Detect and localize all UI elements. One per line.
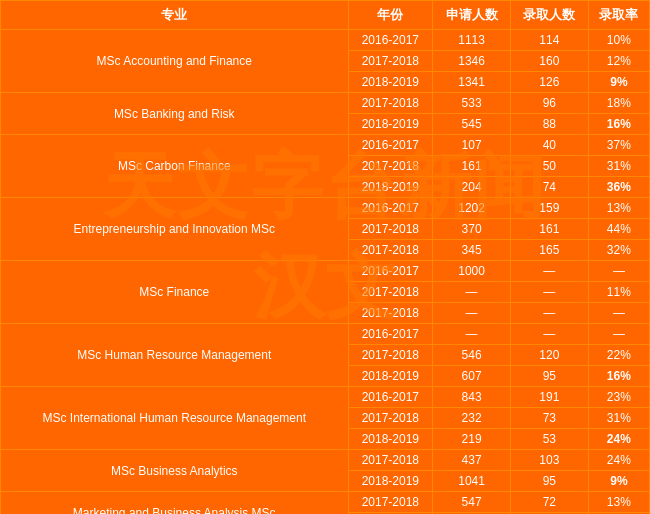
rate-cell: — (588, 303, 649, 324)
applied-cell: 545 (433, 114, 511, 135)
rate-cell: 13% (588, 492, 649, 513)
rate-cell: 13% (588, 198, 649, 219)
admitted-cell: 191 (510, 387, 588, 408)
admitted-cell: 53 (510, 429, 588, 450)
applied-cell: 1041 (433, 471, 511, 492)
admitted-cell: 95 (510, 471, 588, 492)
rate-cell: 24% (588, 429, 649, 450)
year-cell: 2018-2019 (348, 177, 433, 198)
rate-cell: 18% (588, 93, 649, 114)
applied-cell: 547 (433, 492, 511, 513)
major-cell: Marketing and Business Analysis MSc (1, 492, 349, 515)
header-rate: 录取率 (588, 1, 649, 30)
year-cell: 2018-2019 (348, 72, 433, 93)
header-admitted: 录取人数 (510, 1, 588, 30)
applied-cell: — (433, 303, 511, 324)
year-cell: 2018-2019 (348, 429, 433, 450)
applied-cell: — (433, 324, 511, 345)
major-cell: MSc Carbon Finance (1, 135, 349, 198)
applied-cell: 437 (433, 450, 511, 471)
applied-cell: 161 (433, 156, 511, 177)
admitted-cell: 95 (510, 366, 588, 387)
rate-cell: 36% (588, 177, 649, 198)
year-cell: 2018-2019 (348, 471, 433, 492)
rate-cell: 9% (588, 471, 649, 492)
applied-cell: 1000 (433, 261, 511, 282)
applied-cell: 1341 (433, 72, 511, 93)
major-cell: MSc International Human Resource Managem… (1, 387, 349, 450)
rate-cell: 31% (588, 156, 649, 177)
rate-cell: 12% (588, 51, 649, 72)
year-cell: 2016-2017 (348, 198, 433, 219)
year-cell: 2017-2018 (348, 282, 433, 303)
admitted-cell: 72 (510, 492, 588, 513)
year-cell: 2016-2017 (348, 324, 433, 345)
year-cell: 2017-2018 (348, 219, 433, 240)
applied-cell: — (433, 282, 511, 303)
year-cell: 2017-2018 (348, 51, 433, 72)
admitted-cell: 74 (510, 177, 588, 198)
major-cell: MSc Business Analytics (1, 450, 349, 492)
admitted-cell: 40 (510, 135, 588, 156)
applied-cell: 219 (433, 429, 511, 450)
admitted-cell: 165 (510, 240, 588, 261)
year-cell: 2017-2018 (348, 240, 433, 261)
major-cell: MSc Accounting and Finance (1, 30, 349, 93)
admitted-cell: 120 (510, 345, 588, 366)
applied-cell: 533 (433, 93, 511, 114)
admitted-cell: — (510, 303, 588, 324)
rate-cell: 37% (588, 135, 649, 156)
admitted-cell: 103 (510, 450, 588, 471)
rate-cell: 9% (588, 72, 649, 93)
major-cell: MSc Banking and Risk (1, 93, 349, 135)
applied-cell: 370 (433, 219, 511, 240)
major-cell: MSc Human Resource Management (1, 324, 349, 387)
year-cell: 2016-2017 (348, 135, 433, 156)
applied-cell: 232 (433, 408, 511, 429)
applied-cell: 607 (433, 366, 511, 387)
year-cell: 2018-2019 (348, 366, 433, 387)
admitted-cell: 88 (510, 114, 588, 135)
admitted-cell: 96 (510, 93, 588, 114)
header-applied: 申请人数 (433, 1, 511, 30)
year-cell: 2017-2018 (348, 303, 433, 324)
year-cell: 2018-2019 (348, 114, 433, 135)
rate-cell: 16% (588, 114, 649, 135)
rate-cell: 23% (588, 387, 649, 408)
applied-cell: 204 (433, 177, 511, 198)
rate-cell: — (588, 324, 649, 345)
admitted-cell: — (510, 324, 588, 345)
admitted-cell: 126 (510, 72, 588, 93)
header-major: 专业 (1, 1, 349, 30)
rate-cell: 10% (588, 30, 649, 51)
major-cell: MSc Finance (1, 261, 349, 324)
admitted-cell: — (510, 282, 588, 303)
rate-cell: 11% (588, 282, 649, 303)
admitted-cell: 160 (510, 51, 588, 72)
rate-cell: 22% (588, 345, 649, 366)
applied-cell: 546 (433, 345, 511, 366)
rate-cell: 32% (588, 240, 649, 261)
header-year: 年份 (348, 1, 433, 30)
year-cell: 2017-2018 (348, 345, 433, 366)
applied-cell: 1346 (433, 51, 511, 72)
rate-cell: 31% (588, 408, 649, 429)
year-cell: 2016-2017 (348, 30, 433, 51)
admitted-cell: 73 (510, 408, 588, 429)
major-cell: Entrepreneurship and Innovation MSc (1, 198, 349, 261)
year-cell: 2017-2018 (348, 408, 433, 429)
applied-cell: 843 (433, 387, 511, 408)
rate-cell: 24% (588, 450, 649, 471)
admitted-cell: 159 (510, 198, 588, 219)
admitted-cell: 50 (510, 156, 588, 177)
year-cell: 2016-2017 (348, 261, 433, 282)
year-cell: 2017-2018 (348, 156, 433, 177)
year-cell: 2017-2018 (348, 450, 433, 471)
admitted-cell: 161 (510, 219, 588, 240)
admitted-cell: — (510, 261, 588, 282)
applied-cell: 345 (433, 240, 511, 261)
rate-cell: 44% (588, 219, 649, 240)
rate-cell: — (588, 261, 649, 282)
year-cell: 2017-2018 (348, 93, 433, 114)
applied-cell: 1202 (433, 198, 511, 219)
